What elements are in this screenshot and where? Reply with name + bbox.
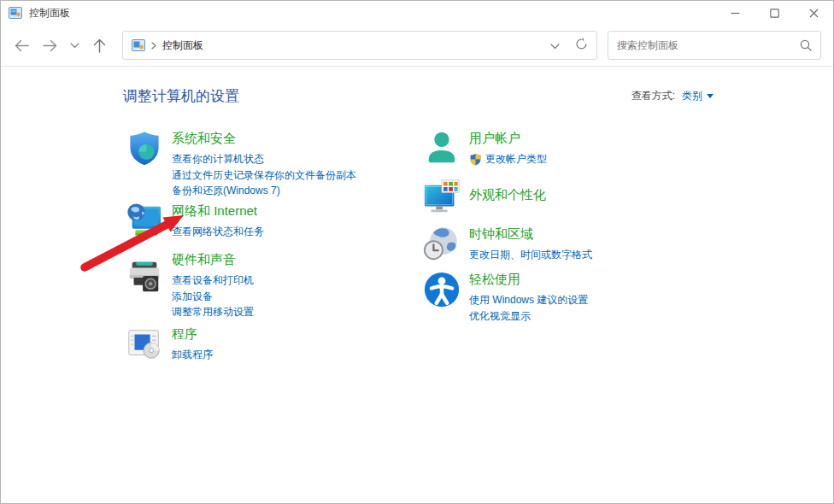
view-by-control: 查看方式:类别 <box>631 89 714 103</box>
category-title-user-accounts[interactable]: 用户帐户 <box>469 131 547 147</box>
category-system-security: 系统和安全 查看你的计算机状态 通过文件历史记录保存你的文件备份副本 备份和还原… <box>125 129 356 199</box>
navigation-bar: 控制面板 <box>1 25 833 67</box>
chevron-down-icon <box>70 43 79 49</box>
maximize-icon <box>770 9 779 18</box>
link-change-date-time-format[interactable]: 更改日期、时间或数字格式 <box>469 247 592 263</box>
category-ease-of-access: 轻松使用 使用 Windows 建议的设置 优化视觉显示 <box>422 270 588 324</box>
link-view-devices-printers[interactable]: 查看设备和打印机 <box>172 273 254 289</box>
up-icon <box>93 38 106 53</box>
category-title-hardware-sound[interactable]: 硬件和声音 <box>172 252 254 268</box>
page-title: 调整计算机的设置 <box>123 86 239 106</box>
category-programs: 程序 卸载程序 <box>125 325 213 364</box>
link-add-device[interactable]: 添加设备 <box>172 289 254 305</box>
breadcrumb-control-panel-icon <box>132 38 145 52</box>
category-appearance-personalization: 外观和个性化 <box>422 178 546 217</box>
link-change-account-type-label: 更改帐户类型 <box>485 151 547 167</box>
category-network-internet: 网络和 Internet 查看网络状态和任务 <box>125 202 264 241</box>
close-button[interactable] <box>794 1 833 25</box>
link-change-account-type[interactable]: 更改帐户类型 <box>469 151 547 167</box>
search-box <box>608 31 821 60</box>
view-by-caret-icon[interactable] <box>707 94 714 98</box>
refresh-icon <box>575 38 588 50</box>
titlebar: 控制面板 <box>1 1 833 25</box>
maximize-button[interactable] <box>755 1 794 25</box>
link-view-network-status[interactable]: 查看网络状态和任务 <box>172 224 264 240</box>
link-windows-suggested-settings[interactable]: 使用 Windows 建议的设置 <box>469 292 588 308</box>
window-controls <box>715 1 833 25</box>
monitor-color-tiles-icon[interactable] <box>422 178 461 217</box>
address-dropdown-icon <box>550 44 560 50</box>
view-by-label: 查看方式: <box>631 90 675 102</box>
category-clock-region: 时钟和区域 更改日期、时间或数字格式 <box>422 225 592 264</box>
search-icon[interactable] <box>800 39 812 51</box>
category-hardware-sound: 硬件和声音 查看设备和打印机 添加设备 调整常用移动设置 <box>125 250 254 320</box>
link-backup-restore-windows7[interactable]: 备份和还原(Windows 7) <box>172 183 356 199</box>
back-icon <box>15 39 29 52</box>
back-button[interactable] <box>9 33 33 57</box>
up-button[interactable] <box>87 33 111 57</box>
printer-icon[interactable] <box>125 258 164 297</box>
link-check-computer-status[interactable]: 查看你的计算机状态 <box>172 151 356 167</box>
link-adjust-mobility-settings[interactable]: 调整常用移动设置 <box>172 304 254 320</box>
link-optimize-visual-display[interactable]: 优化视觉显示 <box>469 308 588 325</box>
minimize-button[interactable] <box>715 1 755 25</box>
category-title-clock-region[interactable]: 时钟和区域 <box>469 226 592 243</box>
accessibility-person-icon[interactable] <box>422 270 461 309</box>
minimize-icon <box>731 9 740 18</box>
breadcrumb-root[interactable]: 控制面板 <box>162 38 203 53</box>
user-silhouette-icon[interactable] <box>422 129 461 168</box>
category-title-appearance[interactable]: 外观和个性化 <box>469 187 546 203</box>
control-panel-window: 控制面板 <box>0 0 834 504</box>
forward-button[interactable] <box>38 33 62 57</box>
view-by-value[interactable]: 类别 <box>682 90 702 102</box>
link-uninstall-program[interactable]: 卸载程序 <box>172 347 213 363</box>
address-bar[interactable]: 控制面板 <box>122 31 597 60</box>
globe-clock-icon[interactable] <box>422 225 461 264</box>
category-title-system-security[interactable]: 系统和安全 <box>172 131 356 147</box>
program-window-disc-icon[interactable] <box>125 325 164 364</box>
control-panel-app-icon <box>9 6 22 20</box>
category-user-accounts: 用户帐户 更改帐户类型 <box>422 129 547 168</box>
content-area: 调整计算机的设置 查看方式:类别 系统和安全 查看你的计算机状态 通过文件历史记… <box>1 67 833 504</box>
search-input[interactable] <box>617 39 800 51</box>
category-title-network-internet[interactable]: 网络和 Internet <box>172 203 264 220</box>
network-globe-monitor-icon[interactable] <box>125 202 164 241</box>
close-icon <box>809 9 819 18</box>
refresh-button[interactable] <box>575 38 588 54</box>
system-security-shield-icon[interactable] <box>125 129 164 168</box>
uac-shield-icon <box>469 153 482 166</box>
breadcrumb-chevron-icon <box>151 42 156 50</box>
category-title-programs[interactable]: 程序 <box>172 326 213 343</box>
recent-pages-button[interactable] <box>66 33 83 57</box>
link-file-history-backup[interactable]: 通过文件历史记录保存你的文件备份副本 <box>172 167 356 184</box>
window-title: 控制面板 <box>29 6 70 21</box>
category-title-ease-of-access[interactable]: 轻松使用 <box>469 272 588 288</box>
forward-icon <box>43 39 57 52</box>
address-dropdown-button[interactable] <box>550 38 560 53</box>
